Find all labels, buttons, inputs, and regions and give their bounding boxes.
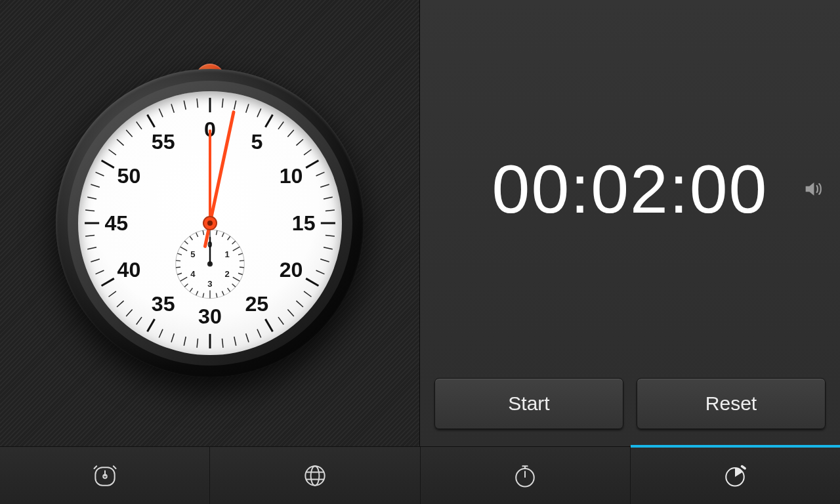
svg-line-29 — [222, 339, 222, 348]
svg-line-89 — [203, 293, 203, 298]
svg-line-19 — [316, 270, 324, 274]
svg-text:2: 2 — [224, 269, 229, 279]
svg-line-42 — [91, 259, 99, 262]
svg-text:25: 25 — [245, 292, 268, 316]
svg-line-51 — [108, 150, 116, 155]
svg-line-99 — [184, 241, 188, 244]
svg-line-28 — [234, 337, 236, 346]
svg-line-5 — [265, 115, 272, 127]
svg-line-48 — [91, 184, 99, 187]
speaker-icon[interactable] — [802, 178, 824, 200]
svg-rect-122 — [740, 465, 747, 470]
globe-icon — [301, 461, 329, 490]
svg-line-100 — [190, 236, 192, 240]
svg-line-91 — [190, 288, 192, 292]
time-display[interactable]: 00:02:00 — [492, 150, 768, 228]
svg-text:55: 55 — [151, 130, 175, 154]
svg-line-56 — [159, 109, 163, 117]
svg-text:20: 20 — [279, 258, 303, 282]
svg-line-92 — [184, 284, 188, 287]
svg-line-25 — [265, 319, 272, 331]
start-button[interactable]: Start — [434, 378, 623, 429]
svg-rect-116 — [95, 467, 114, 486]
svg-text:5: 5 — [251, 130, 262, 154]
svg-text:15: 15 — [291, 211, 315, 235]
tab-stopwatch[interactable] — [421, 447, 631, 504]
svg-line-90 — [196, 291, 198, 295]
svg-line-94 — [177, 273, 182, 274]
stopwatch-icon — [511, 461, 539, 490]
svg-line-102 — [203, 230, 203, 235]
svg-line-31 — [197, 339, 198, 348]
svg-line-86 — [222, 291, 224, 295]
svg-line-14 — [325, 210, 334, 211]
svg-line-7 — [287, 130, 293, 136]
svg-text:35: 35 — [151, 292, 175, 316]
svg-line-43 — [87, 247, 96, 249]
svg-line-52 — [117, 139, 123, 145]
svg-text:45: 45 — [104, 211, 128, 235]
svg-point-115 — [207, 220, 212, 226]
svg-line-75 — [222, 233, 224, 237]
stopwatch-dial[interactable]: 0510152025303540455055 012345 — [56, 69, 364, 377]
svg-line-11 — [316, 172, 324, 176]
svg-line-6 — [278, 122, 283, 129]
svg-line-83 — [232, 277, 239, 281]
svg-line-38 — [117, 301, 123, 306]
svg-line-33 — [171, 333, 173, 342]
svg-line-98 — [180, 247, 186, 251]
svg-line-58 — [184, 100, 186, 110]
svg-line-87 — [216, 293, 217, 298]
svg-line-34 — [159, 329, 163, 338]
svg-text:1: 1 — [224, 249, 229, 259]
tab-bar — [0, 446, 840, 504]
svg-line-49 — [95, 172, 104, 176]
svg-line-1 — [222, 98, 222, 108]
svg-line-36 — [136, 317, 141, 324]
svg-line-35 — [147, 319, 154, 331]
svg-text:3: 3 — [207, 279, 212, 289]
svg-line-57 — [171, 104, 173, 112]
clock-app: 0510152025303540455055 012345 — [0, 0, 840, 504]
svg-text:40: 40 — [117, 258, 140, 282]
svg-line-9 — [304, 150, 311, 155]
svg-line-4 — [257, 109, 261, 117]
tab-timer[interactable] — [631, 447, 840, 504]
svg-line-13 — [324, 197, 333, 199]
svg-line-54 — [136, 122, 141, 129]
svg-line-22 — [296, 301, 303, 306]
reset-button[interactable]: Reset — [637, 378, 826, 429]
svg-line-53 — [126, 130, 132, 136]
content-area: 0510152025303540455055 012345 — [0, 0, 840, 446]
svg-line-44 — [85, 235, 94, 236]
dial-panel: 0510152025303540455055 012345 — [0, 0, 420, 446]
svg-line-27 — [245, 333, 248, 342]
svg-line-50 — [101, 161, 114, 168]
svg-line-93 — [180, 277, 186, 281]
dial-face: 0510152025303540455055 012345 — [78, 91, 342, 355]
svg-line-37 — [126, 309, 132, 316]
svg-point-118 — [305, 466, 324, 485]
svg-line-80 — [239, 261, 243, 261]
svg-line-77 — [232, 241, 235, 244]
svg-line-84 — [232, 284, 235, 287]
svg-line-97 — [177, 253, 182, 255]
svg-line-24 — [278, 317, 283, 324]
svg-line-46 — [85, 210, 94, 211]
svg-line-8 — [296, 139, 303, 145]
svg-text:10: 10 — [279, 164, 303, 188]
button-row: Start Reset — [420, 378, 840, 446]
tab-alarm[interactable] — [0, 447, 210, 504]
svg-line-95 — [176, 267, 180, 268]
svg-line-78 — [232, 247, 239, 251]
svg-text:30: 30 — [198, 304, 222, 328]
svg-line-76 — [227, 236, 230, 240]
svg-line-20 — [306, 278, 318, 285]
svg-line-41 — [95, 270, 104, 274]
svg-line-12 — [320, 184, 329, 187]
tab-world-clock[interactable] — [210, 447, 420, 504]
svg-line-40 — [101, 278, 114, 285]
svg-line-23 — [287, 309, 293, 316]
svg-line-55 — [147, 115, 154, 127]
svg-line-85 — [227, 288, 230, 292]
